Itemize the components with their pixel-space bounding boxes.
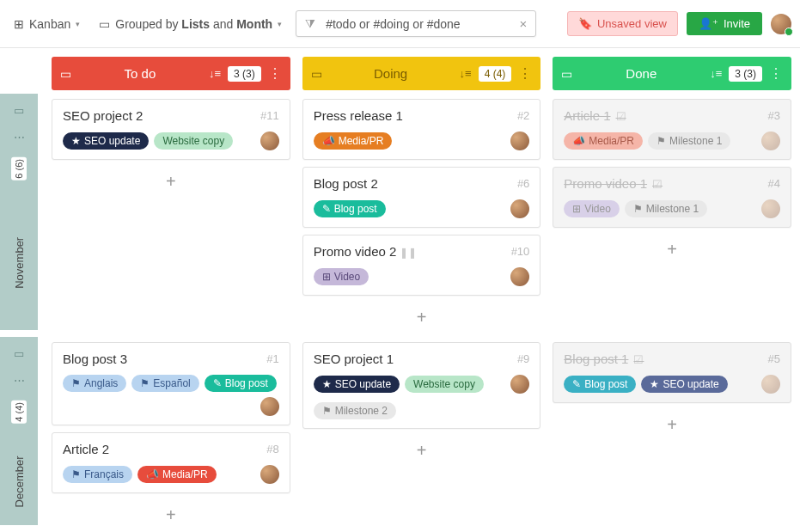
tag-icon: ⊞ [322, 271, 331, 283]
card[interactable]: Blog post 2#6✎Blog post [302, 167, 541, 228]
sort-icon[interactable]: ↓≡ [209, 67, 221, 80]
filter-input[interactable]: ⧩ #todo or #doing or #done × [296, 10, 536, 37]
tag[interactable]: ⚑Milestone 1 [648, 132, 730, 150]
tag-icon: ⚑ [633, 203, 643, 215]
card-number: #2 [517, 109, 529, 122]
tag[interactable]: ⚑Français [63, 466, 132, 483]
card[interactable]: SEO project 2#11★SEO updateWebsite copy [52, 99, 290, 160]
column-title: Done [579, 66, 703, 81]
cell-nov-doing: Press release 1#2📣Media/PRBlog post 2#6✎… [302, 90, 541, 333]
tag-label: Français [84, 468, 124, 480]
column-menu-icon[interactable]: ⋮ [268, 65, 282, 82]
assignee-avatar[interactable] [260, 397, 279, 416]
column-menu-icon[interactable]: ⋮ [518, 65, 532, 82]
cell-dec-doing: SEO project 1#9★SEO updateWebsite copy⚑M… [302, 333, 541, 527]
unsaved-view-button[interactable]: 🔖 Unsaved view [567, 11, 678, 36]
card-title: Article 2 [63, 442, 109, 456]
board: ▭⋯6 (6)November▭⋯4 (4)December ▭To do↓≡3… [0, 48, 800, 532]
caret-down-icon: ▾ [278, 20, 282, 28]
card[interactable]: Press release 1#2📣Media/PR [302, 99, 541, 160]
add-card-button[interactable]: + [302, 303, 541, 333]
column-header-done[interactable]: ▭Done↓≡3 (3)⋮ [553, 57, 791, 90]
tag[interactable]: ✎Blog post [564, 376, 636, 393]
filter-text: #todo or #doing or #done [326, 17, 460, 31]
tag[interactable]: ⊞Video [564, 200, 619, 217]
current-user-avatar[interactable] [771, 14, 791, 34]
more-icon[interactable]: ⋯ [14, 131, 25, 144]
card[interactable]: Blog post 1☑#5✎Blog post★SEO update [553, 342, 791, 403]
add-card-button[interactable]: + [52, 167, 290, 197]
tag[interactable]: ⊞Video [314, 268, 369, 285]
filter-icon: ⧩ [305, 16, 315, 31]
column-done: ▭Done↓≡3 (3)⋮Article 1☑#3📣Media/PR⚑Miles… [553, 48, 791, 532]
row-header-nov[interactable]: ▭⋯6 (6)November [0, 94, 38, 330]
more-icon[interactable]: ⋯ [14, 374, 25, 387]
column-menu-icon[interactable]: ⋮ [769, 65, 783, 82]
tag[interactable]: ✎Blog post [205, 375, 277, 392]
card[interactable]: Article 2#8⚑Français📣Media/PR [52, 432, 290, 493]
tag[interactable]: ⚑Español [131, 375, 198, 392]
card-number: #6 [517, 177, 529, 190]
add-card-button[interactable]: + [302, 436, 541, 466]
tag-label: Milestone 2 [335, 405, 388, 417]
invite-button[interactable]: 👤⁺ Invite [687, 12, 762, 35]
column-doing: ▭Doing↓≡4 (4)⋮Press release 1#2📣Media/PR… [302, 48, 541, 532]
tag[interactable]: ★SEO update [641, 376, 727, 393]
archive-icon[interactable]: ▭ [311, 67, 322, 81]
tag-label: Blog post [225, 377, 268, 389]
add-card-button[interactable]: + [52, 500, 290, 530]
sort-icon[interactable]: ↓≡ [710, 67, 722, 80]
tag[interactable]: ⚑Milestone 1 [625, 200, 707, 217]
tag[interactable]: ✎Blog post [314, 200, 386, 217]
assignee-avatar[interactable] [510, 375, 529, 394]
card-title: Promo video 2❚❚ [314, 244, 418, 259]
card-number: #1 [266, 352, 278, 365]
row-label: December [13, 437, 26, 525]
cell-dec-todo: Blog post 3#1⚑Anglais⚑Español✎Blog postA… [52, 333, 290, 527]
tag[interactable]: 📣Media/PR [314, 132, 393, 150]
tag[interactable]: ⚑Milestone 2 [314, 402, 396, 419]
add-card-button[interactable]: + [553, 410, 791, 440]
card[interactable]: Promo video 2❚❚#10⊞Video [302, 235, 541, 296]
tag[interactable]: Website copy [154, 132, 233, 150]
assignee-avatar[interactable] [510, 199, 529, 218]
view-switcher[interactable]: ⊞ Kanban ▾ [9, 14, 85, 34]
column-header-doing[interactable]: ▭Doing↓≡4 (4)⋮ [302, 57, 541, 90]
assignee-avatar[interactable] [761, 199, 780, 218]
group-by-switcher[interactable]: ▭ Grouped by Lists and Month ▾ [94, 14, 287, 34]
tag[interactable]: 📣Media/PR [564, 132, 643, 150]
sort-icon[interactable]: ↓≡ [460, 67, 472, 80]
tag-icon: 📣 [146, 468, 159, 480]
card[interactable]: Promo video 1☑#4⊞Video⚑Milestone 1 [553, 167, 791, 228]
tag[interactable]: Website copy [405, 376, 484, 393]
assignee-avatar[interactable] [761, 131, 780, 150]
add-card-button[interactable]: + [553, 235, 791, 265]
tag[interactable]: 📣Media/PR [137, 466, 217, 483]
card-number: #10 [511, 245, 530, 258]
check-icon: ☑ [652, 178, 663, 191]
tag[interactable]: ★SEO update [314, 376, 400, 393]
assignee-avatar[interactable] [260, 465, 279, 484]
assignee-avatar[interactable] [260, 131, 279, 150]
column-header-todo[interactable]: ▭To do↓≡3 (3)⋮ [52, 57, 290, 90]
assignee-avatar[interactable] [761, 375, 780, 394]
tag-label: Milestone 1 [669, 135, 722, 147]
tag[interactable]: ★SEO update [63, 132, 149, 150]
tag-icon: ⚑ [322, 405, 332, 417]
card-title: Blog post 1☑ [564, 352, 644, 366]
column-count: 3 (3) [228, 66, 261, 82]
archive-icon[interactable]: ▭ [561, 67, 572, 81]
card-title: Promo video 1☑ [564, 176, 663, 191]
tag[interactable]: ⚑Anglais [63, 375, 126, 392]
tag-icon: ⚑ [140, 377, 150, 389]
assignee-avatar[interactable] [510, 267, 529, 286]
card[interactable]: SEO project 1#9★SEO updateWebsite copy⚑M… [302, 342, 541, 429]
archive-icon[interactable]: ▭ [60, 67, 71, 81]
card-number: #8 [266, 443, 278, 456]
card[interactable]: Article 1☑#3📣Media/PR⚑Milestone 1 [553, 99, 791, 160]
clear-filter-button[interactable]: × [519, 16, 527, 31]
assignee-avatar[interactable] [510, 131, 529, 150]
tag-icon: ✎ [213, 377, 222, 389]
row-header-dec[interactable]: ▭⋯4 (4)December [0, 337, 38, 525]
card[interactable]: Blog post 3#1⚑Anglais⚑Español✎Blog post [52, 342, 290, 425]
